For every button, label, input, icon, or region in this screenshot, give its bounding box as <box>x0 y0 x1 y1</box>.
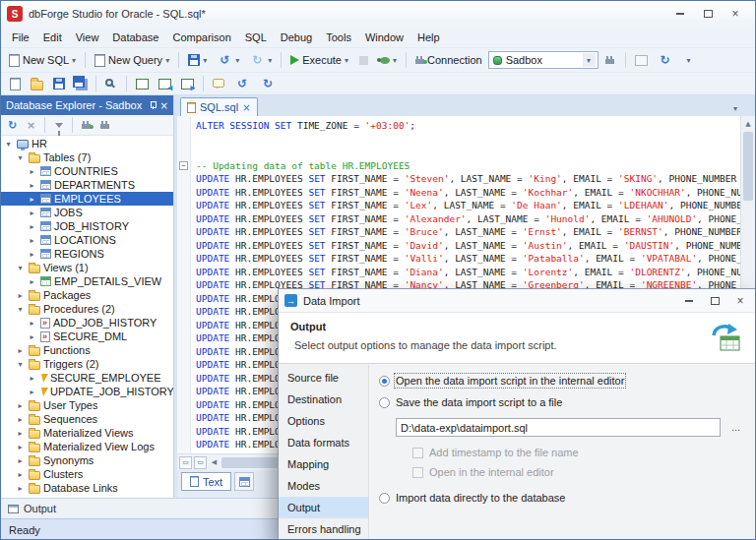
expand-icon[interactable]: ▸ <box>27 388 37 396</box>
tab-list-chevron-icon[interactable]: ▾ <box>733 104 737 113</box>
dialog-nav-output[interactable]: Output <box>279 497 368 518</box>
expand-icon[interactable]: ▸ <box>27 195 37 204</box>
tree-node-procedures-2[interactable]: ▾Procedures (2) <box>1 302 173 316</box>
radio-icon[interactable] <box>379 493 390 504</box>
dialog-nav-source-file[interactable]: Source file <box>279 367 368 389</box>
expand-icon[interactable]: ▸ <box>27 250 37 259</box>
radio-save-to-file[interactable]: Save the data import script to a file <box>379 396 746 408</box>
dialog-close-button[interactable]: × <box>730 292 750 310</box>
scroll-up-icon[interactable]: ▲ <box>741 116 755 131</box>
tree-node-regions[interactable]: ▸REGIONS <box>1 247 173 261</box>
checkbox-icon[interactable] <box>412 467 423 478</box>
tree-node-triggers-2[interactable]: ▾Triggers (2) <box>1 357 173 371</box>
redo-button[interactable]: ↻ <box>256 74 280 93</box>
radio-open-in-editor[interactable]: Open the data import script in the inter… <box>379 375 746 387</box>
dialog-minimize-button[interactable] <box>679 292 699 310</box>
collapse-icon[interactable]: ▾ <box>15 305 26 314</box>
tree-node-user-types[interactable]: ▸User Types <box>1 398 173 412</box>
collapse-icon[interactable]: ▾ <box>15 360 26 369</box>
menu-comparison[interactable]: Comparison <box>165 29 237 46</box>
tree-node-clusters[interactable]: ▸Clusters <box>1 467 173 481</box>
expand-icon[interactable]: ▸ <box>15 484 26 493</box>
dialog-maximize-button[interactable] <box>705 292 724 310</box>
menu-help[interactable]: Help <box>410 29 447 46</box>
view-switcher-tab[interactable] <box>234 472 254 491</box>
save-all-button[interactable] <box>71 74 91 93</box>
dialog-nav-modes[interactable]: Modes <box>279 475 368 497</box>
menu-database[interactable]: Database <box>105 29 165 46</box>
debug-button[interactable]: ▾ <box>376 50 401 70</box>
expand-icon[interactable]: ▸ <box>15 291 26 300</box>
text-view-tab[interactable]: Text <box>181 472 231 491</box>
expand-icon[interactable]: ▸ <box>15 456 26 465</box>
radio-selected-icon[interactable] <box>379 376 390 387</box>
disconnect-button[interactable] <box>96 117 113 134</box>
expand-icon[interactable]: ▸ <box>15 429 26 438</box>
find-button[interactable] <box>101 74 121 93</box>
tree-node-materialized-views[interactable]: ▸Materialized Views <box>1 426 173 440</box>
refresh-button[interactable]: ↻ <box>4 117 21 134</box>
radio-import-directly[interactable]: Import data directly to the database <box>379 492 746 504</box>
dialog-nav-errors-handling[interactable]: Errors handling <box>279 518 368 540</box>
tree-node-tables-7[interactable]: ▾Tables (7) <box>1 150 173 164</box>
connection-combobox[interactable]: Sadbox ▾ <box>488 51 598 69</box>
menu-file[interactable]: File <box>5 29 36 46</box>
file-path-input[interactable] <box>396 418 721 437</box>
properties-button[interactable] <box>631 50 652 70</box>
undo-button[interactable]: ↺▾ <box>213 50 243 70</box>
save-button[interactable] <box>49 74 69 93</box>
expand-icon[interactable]: ▸ <box>27 167 37 176</box>
fold-collapse-icon[interactable]: − <box>179 161 188 170</box>
expand-icon[interactable]: ▸ <box>27 277 37 286</box>
tree-node-emp-details-view[interactable]: ▸EMP_DETAILS_VIEW <box>1 274 173 288</box>
browse-button[interactable]: ... <box>724 418 746 437</box>
pin-icon[interactable] <box>149 101 157 109</box>
connect-button[interactable] <box>78 117 94 134</box>
edit-connection-button[interactable] <box>600 50 620 70</box>
undo-button[interactable]: ↺ <box>230 74 254 93</box>
menu-view[interactable]: View <box>69 29 106 46</box>
scroll-left-icon[interactable]: ◀ <box>207 458 221 466</box>
tree-node-sequences[interactable]: ▸Sequences <box>1 412 173 426</box>
toolbar-options-button[interactable]: ▾ <box>679 50 699 70</box>
new-query-button[interactable]: New Query ▾ <box>91 50 173 70</box>
collapse-icon[interactable]: ▾ <box>15 153 26 162</box>
combo-dropdown-icon[interactable]: ▾ <box>583 53 596 67</box>
expand-icon[interactable]: ▸ <box>27 181 37 190</box>
menu-edit[interactable]: Edit <box>36 29 69 46</box>
menu-sql[interactable]: SQL <box>238 29 274 46</box>
dialog-nav-data-formats[interactable]: Data formats <box>279 432 368 453</box>
tree-node-departments[interactable]: ▸DEPARTMENTS <box>1 178 173 192</box>
tree-node-countries[interactable]: ▸COUNTRIES <box>1 164 173 178</box>
tab-sql-sql[interactable]: SQL.sql × <box>180 97 258 116</box>
checkbox-open-internal[interactable]: Open in the internal editor <box>412 466 746 478</box>
split-view-button-2[interactable]: ▭ <box>194 456 207 469</box>
expand-icon[interactable]: ▸ <box>27 319 37 328</box>
panel-close-icon[interactable]: × <box>160 100 168 111</box>
expand-icon[interactable]: ▸ <box>27 332 37 341</box>
dialog-nav-options[interactable]: Options <box>279 410 368 432</box>
tree-node-hr[interactable]: ▾HR <box>1 137 173 150</box>
menu-debug[interactable]: Debug <box>274 29 319 46</box>
expand-icon[interactable]: ▸ <box>27 374 37 383</box>
expand-icon[interactable]: ▸ <box>15 415 26 424</box>
maximize-button[interactable] <box>694 5 722 23</box>
expand-icon[interactable]: ▸ <box>15 346 26 355</box>
open-file-button[interactable] <box>27 74 47 93</box>
checkbox-icon[interactable] <box>412 448 423 458</box>
comment-button[interactable] <box>209 74 228 93</box>
filter-button[interactable] <box>50 117 67 134</box>
menu-tools[interactable]: Tools <box>319 29 358 46</box>
save-button[interactable]: ▾ <box>184 50 211 70</box>
expand-icon[interactable]: ▸ <box>27 222 37 231</box>
tree-node-update-job-history[interactable]: ▸UPDATE_JOB_HISTORY <box>1 385 173 398</box>
execute-button[interactable]: Execute ▾ <box>286 50 352 70</box>
new-sql-button[interactable]: New SQL ▾ <box>5 50 80 70</box>
menu-window[interactable]: Window <box>358 29 410 46</box>
dialog-nav-destination[interactable]: Destination <box>279 389 368 410</box>
tree-node-functions[interactable]: ▸Functions <box>1 343 173 357</box>
collapse-icon[interactable]: ▾ <box>3 140 14 149</box>
close-button[interactable]: × <box>722 5 749 23</box>
tree-node-synonyms[interactable]: ▸Synonyms <box>1 453 173 467</box>
stop-refresh-button[interactable]: × <box>23 117 39 134</box>
